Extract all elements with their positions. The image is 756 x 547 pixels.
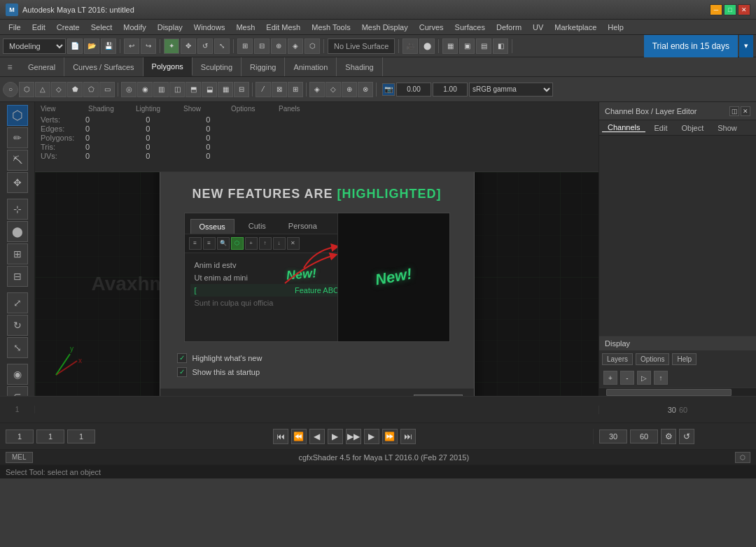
tab-general[interactable]: General bbox=[20, 57, 64, 76]
select-mode-btn[interactable]: ⬡ bbox=[7, 105, 28, 126]
tb2-btn9[interactable]: ◉ bbox=[137, 82, 153, 97]
preview-tab-persona[interactable]: Persona bbox=[280, 219, 326, 234]
rotate-btn[interactable]: ↺ bbox=[197, 38, 213, 54]
minimize-button[interactable]: ─ bbox=[710, 4, 722, 15]
next-key-btn[interactable]: ⏩ bbox=[382, 429, 398, 444]
tab-settings-btn[interactable]: ≡ bbox=[0, 57, 20, 76]
tab-polygons[interactable]: Polygons bbox=[144, 57, 192, 76]
menu-marketplace[interactable]: Marketplace bbox=[549, 22, 602, 33]
menu-deform[interactable]: Deform bbox=[491, 22, 527, 33]
tb2-btn22[interactable]: ⊗ bbox=[358, 82, 373, 97]
tb2-btn3[interactable]: △ bbox=[35, 82, 50, 97]
rotate2-btn[interactable]: ↻ bbox=[7, 315, 28, 336]
preview-btn4[interactable]: + bbox=[245, 237, 258, 250]
menu-create[interactable]: Create bbox=[51, 22, 85, 33]
snap-btn3[interactable]: ⊕ bbox=[271, 38, 286, 54]
scale2-btn[interactable]: ⤡ bbox=[7, 337, 28, 358]
current-frame-input[interactable] bbox=[6, 429, 34, 443]
tb2-btn1[interactable]: ○ bbox=[3, 82, 18, 97]
tb2-btn18[interactable]: ⊞ bbox=[288, 82, 303, 97]
help-btn[interactable]: Help bbox=[672, 353, 696, 365]
knife-btn[interactable]: ⊞ bbox=[7, 243, 28, 264]
cam-btn2[interactable]: ⬤ bbox=[419, 38, 435, 54]
menu-mesh-display[interactable]: Mesh Display bbox=[356, 22, 414, 33]
tb2-btn17[interactable]: ⊠ bbox=[272, 82, 287, 97]
start-frame-input[interactable] bbox=[36, 429, 64, 443]
cam-input2[interactable] bbox=[433, 83, 468, 97]
trial-dropdown[interactable]: ▾ bbox=[739, 35, 753, 57]
move2-btn[interactable]: ⤢ bbox=[7, 292, 28, 313]
snap-btn1[interactable]: ⊞ bbox=[237, 38, 253, 54]
soft-btn[interactable]: ◉ bbox=[7, 364, 28, 385]
paint-btn[interactable]: ✏ bbox=[7, 127, 28, 148]
ok-button[interactable]: OK bbox=[414, 395, 463, 397]
menu-file[interactable]: File bbox=[3, 22, 27, 33]
close-button[interactable]: ✕ bbox=[738, 4, 750, 15]
edit-tab[interactable]: Edit bbox=[648, 124, 673, 132]
highlight-checkbox[interactable]: ✓ bbox=[177, 353, 187, 363]
menu-select[interactable]: Select bbox=[85, 22, 118, 33]
tb2-btn20[interactable]: ◇ bbox=[326, 82, 341, 97]
tab-animation[interactable]: Animation bbox=[285, 57, 337, 76]
cam-btn1[interactable]: 🎥 bbox=[402, 38, 418, 54]
menu-edit-mesh[interactable]: Edit Mesh bbox=[260, 22, 306, 33]
scale-btn[interactable]: ⤡ bbox=[214, 38, 230, 54]
panel-btn1[interactable]: ◫ bbox=[729, 106, 739, 116]
layer-up-btn[interactable]: ↑ bbox=[654, 371, 668, 385]
redo-btn[interactable]: ↪ bbox=[141, 38, 156, 54]
sculpt-btn[interactable]: ⛏ bbox=[7, 150, 28, 171]
tb2-btn21[interactable]: ⊕ bbox=[342, 82, 357, 97]
menu-surfaces[interactable]: Surfaces bbox=[449, 22, 491, 33]
cam-input1[interactable] bbox=[396, 83, 431, 97]
preview-btn1[interactable]: ≡ bbox=[189, 237, 202, 250]
3d-viewport[interactable]: x y persp Avaxhm.com/blogs/Dizel_ M What… bbox=[35, 172, 598, 396]
gamma-select[interactable]: sRGB gamma bbox=[469, 83, 553, 97]
snap-btn2[interactable]: ⊟ bbox=[254, 38, 270, 54]
end-frame2-input[interactable] bbox=[630, 429, 658, 443]
tb2-btn5[interactable]: ⬟ bbox=[67, 82, 83, 97]
save-btn[interactable]: 💾 bbox=[101, 38, 116, 54]
play-fwd-btn[interactable]: ▶▶ bbox=[346, 429, 361, 444]
menu-mesh-tools[interactable]: Mesh Tools bbox=[306, 22, 356, 33]
tb2-btn12[interactable]: ⬒ bbox=[186, 82, 201, 97]
mode-select[interactable]: Modeling bbox=[3, 38, 66, 54]
layer-anim-btn[interactable]: ▷ bbox=[637, 371, 651, 385]
tb2-btn16[interactable]: ∕ bbox=[255, 82, 271, 97]
menu-curves[interactable]: Curves bbox=[414, 22, 449, 33]
display-header[interactable]: Display bbox=[599, 336, 756, 350]
tb2-btn4[interactable]: ◇ bbox=[51, 82, 66, 97]
frame-step-input[interactable] bbox=[67, 429, 95, 443]
loop-btn[interactable]: ↺ bbox=[679, 429, 694, 444]
render-btn3[interactable]: ▤ bbox=[476, 38, 491, 54]
right-panel-scrollbar[interactable] bbox=[599, 388, 756, 396]
bend-btn[interactable]: ⊆ bbox=[7, 386, 28, 396]
lasso-btn[interactable]: ⊹ bbox=[7, 199, 28, 220]
tab-shading[interactable]: Shading bbox=[337, 57, 382, 76]
tab-sculpting[interactable]: Sculpting bbox=[192, 57, 241, 76]
render-btn4[interactable]: ◧ bbox=[493, 38, 508, 54]
tb2-btn14[interactable]: ▦ bbox=[218, 82, 233, 97]
menu-mesh[interactable]: Mesh bbox=[230, 22, 260, 33]
tb2-btn19[interactable]: ◈ bbox=[309, 82, 325, 97]
tab-rigging[interactable]: Rigging bbox=[241, 57, 285, 76]
options-btn[interactable]: Options bbox=[636, 353, 669, 365]
panel-btn2[interactable]: ✕ bbox=[741, 106, 750, 116]
tb2-btn15[interactable]: ⊟ bbox=[234, 82, 249, 97]
paint2-btn[interactable]: ⬤ bbox=[7, 221, 28, 242]
tb2-btn2[interactable]: ⬡ bbox=[19, 82, 34, 97]
open-btn[interactable]: 📂 bbox=[84, 38, 99, 54]
layer-add-btn[interactable]: + bbox=[603, 371, 617, 385]
tb2-btn7[interactable]: ▭ bbox=[99, 82, 115, 97]
cam-ctrl-btn[interactable]: 📷 bbox=[382, 83, 395, 96]
preview-btn2[interactable]: ≡ bbox=[203, 237, 216, 250]
snap-btn5[interactable]: ⬡ bbox=[304, 38, 320, 54]
layer-remove-btn[interactable]: - bbox=[620, 371, 634, 385]
tb2-btn11[interactable]: ◫ bbox=[169, 82, 185, 97]
channels-tab[interactable]: Channels bbox=[602, 123, 645, 132]
preview-search[interactable]: 🔍 bbox=[217, 237, 230, 250]
scrollbar-thumb[interactable] bbox=[606, 389, 732, 396]
next-frame-btn[interactable]: ▶ bbox=[364, 429, 379, 444]
prev-frame-btn[interactable]: ◀ bbox=[309, 429, 325, 444]
startup-checkbox[interactable]: ✓ bbox=[177, 367, 187, 377]
tb2-btn10[interactable]: ▥ bbox=[153, 82, 169, 97]
